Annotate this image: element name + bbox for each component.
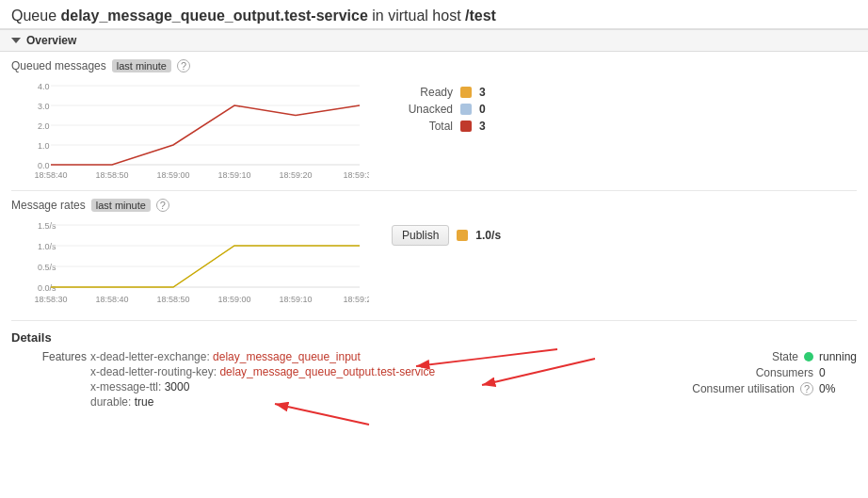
details-section: Details Features x-dead-letter-exchange:… [11,330,857,413]
header-prefix: Queue [11,8,56,24]
main-content: Queued messages last minute ? 4.0 3.0 2.… [0,52,868,421]
feature-durable: durable: true [90,395,153,409]
queued-messages-chart: 4.0 3.0 2.0 1.0 0.0 18:58:40 18:58:50 [11,76,369,183]
y-rate-1.0: 1.0/s [38,242,56,251]
x-label-2: 18:59:00 [156,170,189,180]
queued-messages-title-row: Queued messages last minute ? [11,59,857,72]
stat-total: Total 3 [392,120,498,133]
details-right: State running Consumers 0 Consumer utili… [668,350,857,413]
stat-total-value: 3 [479,120,498,133]
feature-key-durable: durable: [90,395,135,409]
stat-unacked-label: Unacked [392,103,453,116]
y-label-0: 0.0 [38,161,50,170]
queued-messages-svg: 4.0 3.0 2.0 1.0 0.0 18:58:40 18:58:50 [11,76,369,180]
x-rate-label-5: 18:59:20 [343,295,369,304]
x-rate-label-1: 18:58:40 [95,295,128,304]
x-rate-label-2: 18:58:50 [156,295,189,304]
message-rates-title-row: Message rates last minute ? [11,199,857,212]
state-row: State running [668,350,857,363]
page-header: Queue delay_message_queue_output.test-se… [0,0,868,29]
queued-messages-stats: Ready 3 Unacked 0 Total 3 [392,76,498,133]
message-rates-badge[interactable]: last minute [91,199,151,212]
feature-val-ttl: 3000 [165,380,190,394]
publish-rate-row: Publish 1.0/s [392,225,501,246]
stat-unacked: Unacked 0 [392,103,498,116]
consumer-utilisation-row: Consumer utilisation ? 0% [668,382,857,395]
overview-label: Overview [26,34,76,47]
message-rates-chart: 1.5/s 1.0/s 0.5/s 0.0/s 18:58:30 18:58:4… [11,216,369,313]
y-rate-1.5: 1.5/s [38,221,56,231]
queued-messages-line [51,105,360,165]
queued-messages-row: 4.0 3.0 2.0 1.0 0.0 18:58:40 18:58:50 [11,76,857,183]
divider-2 [11,320,857,321]
feature-val-dlx: delay_message_queue_input [213,350,361,363]
publish-button[interactable]: Publish [392,225,449,246]
state-label: State [772,350,798,363]
header-middle: in virtual host [372,8,460,24]
x-label-1: 18:58:50 [95,170,128,180]
stat-total-color [460,120,472,132]
y-label-3: 3.0 [38,102,50,111]
right-stats: State running Consumers 0 Consumer utili… [668,350,857,395]
feature-key-ttl: x-message-ttl: [90,380,165,394]
features-row: Features x-dead-letter-exchange: delay_m… [11,350,612,410]
feature-message-ttl: x-message-ttl: 3000 [90,380,189,394]
publish-rate-color [457,230,468,241]
x-label-0: 18:58:40 [34,170,67,180]
queued-messages-help[interactable]: ? [177,59,190,72]
publish-rate-value: 1.0/s [475,229,501,242]
feature-dead-letter-exchange: x-dead-letter-exchange: delay_message_qu… [90,350,361,363]
y-label-1: 1.0 [38,141,50,151]
chevron-down-icon [11,38,21,43]
consumers-row: Consumers 0 [668,366,857,379]
y-rate-0.5: 0.5/s [38,263,56,272]
state-value: running [819,350,857,363]
stat-ready-label: Ready [392,86,453,99]
message-rates-title: Message rates [11,199,86,212]
stat-unacked-value: 0 [479,103,498,116]
state-dot [804,352,813,361]
feature-val-durable: true [135,395,154,409]
stat-unacked-color [460,104,472,115]
message-rates-row: 1.5/s 1.0/s 0.5/s 0.0/s 18:58:30 18:58:4… [11,216,857,313]
features-block: x-dead-letter-exchange: delay_message_qu… [90,350,435,410]
details-table: Features x-dead-letter-exchange: delay_m… [11,350,857,413]
y-rate-0.0: 0.0/s [38,283,56,293]
consumers-value: 0 [819,366,857,379]
stat-total-label: Total [392,120,453,133]
x-rate-label-4: 18:59:10 [279,295,312,304]
consumers-label: Consumers [756,366,813,379]
y-label-4: 4.0 [38,82,50,91]
x-label-5: 18:59:30 [343,170,369,180]
feature-val-dlrk: delay_message_queue_output.test-service [219,365,435,378]
details-title: Details [11,330,857,345]
x-rate-label-0: 18:58:30 [34,295,67,304]
consumer-utilisation-label: Consumer utilisation [692,382,795,395]
stat-ready-value: 3 [479,86,498,99]
consumer-utilisation-value: 0% [819,382,857,395]
message-rates-help[interactable]: ? [156,199,169,212]
details-left: Features x-dead-letter-exchange: delay_m… [11,350,612,413]
consumer-utilisation-help[interactable]: ? [800,382,813,395]
feature-dead-letter-routing-key: x-dead-letter-routing-key: delay_message… [90,365,435,378]
x-rate-label-3: 18:59:00 [217,295,250,304]
message-rates-stats: Publish 1.0/s [392,216,501,246]
x-label-4: 18:59:20 [279,170,312,180]
header-vhost: /test [465,8,496,24]
queued-messages-badge[interactable]: last minute [112,59,171,72]
overview-toggle[interactable]: Overview [0,29,868,52]
stat-ready-color [460,87,472,98]
feature-key-dlx: x-dead-letter-exchange: [90,350,213,363]
features-label: Features [11,350,87,363]
feature-key-dlrk: x-dead-letter-routing-key: [90,365,219,378]
message-rates-svg: 1.5/s 1.0/s 0.5/s 0.0/s 18:58:30 18:58:4… [11,216,369,310]
queued-messages-title: Queued messages [11,59,106,72]
header-queue-name: delay_message_queue_output.test-service [61,8,368,24]
y-label-2: 2.0 [38,121,50,131]
stat-ready: Ready 3 [392,86,498,99]
x-label-3: 18:59:10 [217,170,250,180]
divider-1 [11,190,857,191]
